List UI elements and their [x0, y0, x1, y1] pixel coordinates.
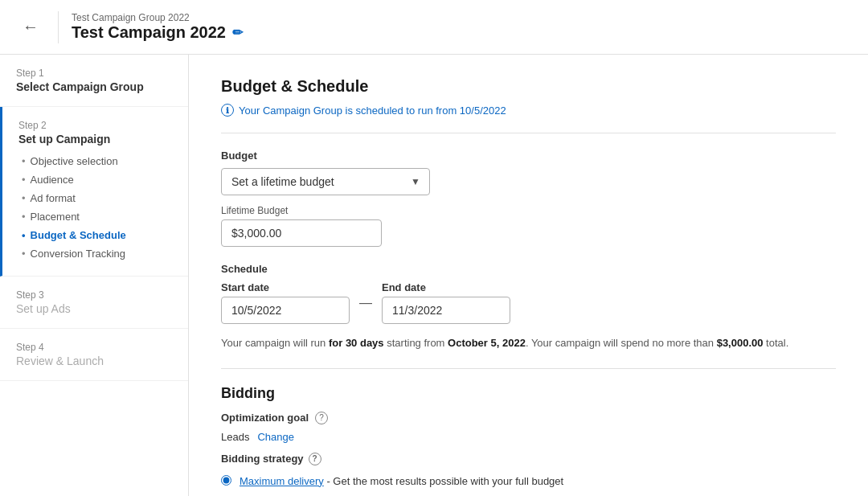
- budget-label: Budget: [221, 150, 836, 162]
- step1-title: Select Campaign Group: [16, 80, 172, 93]
- step4-num: Step 4: [16, 342, 172, 353]
- schedule-section: Schedule Start date — End date: [221, 263, 836, 324]
- summary-pre: Your campaign will run: [221, 337, 329, 349]
- sidebar-step-1[interactable]: Step 1 Select Campaign Group: [0, 55, 188, 107]
- bidding-strategy-help-icon[interactable]: ?: [309, 453, 321, 465]
- bidding-title: Bidding: [221, 385, 836, 402]
- summary-post: . Your campaign will spend no more than: [526, 337, 717, 349]
- start-date-group: Start date: [221, 281, 350, 324]
- step3-title: Set up Ads: [16, 302, 172, 315]
- radio-maximum-delivery-text: Maximum delivery - Get the most results …: [240, 473, 563, 490]
- campaign-title: Test Campaign 2022: [72, 23, 226, 42]
- step2-title: Set up Campaign: [18, 133, 172, 146]
- lifetime-budget-section: Lifetime Budget: [221, 205, 836, 247]
- body: Step 1 Select Campaign Group Step 2 Set …: [0, 55, 868, 496]
- start-date-input[interactable]: [221, 297, 350, 324]
- sidebar-subitems: Objective selection Audience Ad format P…: [18, 152, 172, 263]
- budget-field: Budget Set a lifetime budget Set a daily…: [221, 150, 836, 195]
- section-title: Budget & Schedule: [221, 77, 836, 96]
- info-text: Your Campaign Group is scheduled to run …: [239, 105, 506, 117]
- sidebar-item-placement[interactable]: Placement: [22, 207, 172, 226]
- sidebar-step-2[interactable]: Step 2 Set up Campaign Objective selecti…: [0, 107, 188, 277]
- end-date-label: End date: [382, 281, 510, 293]
- leads-value: Leads: [221, 431, 249, 443]
- sidebar-item-budget[interactable]: Budget & Schedule: [22, 226, 172, 244]
- summary-mid: starting from: [384, 337, 448, 349]
- radio-maximum-delivery-desc: - Get the most results possible with you…: [326, 475, 563, 487]
- divider-2: [221, 368, 836, 369]
- radio-maximum-delivery-input[interactable]: [221, 475, 231, 486]
- summary-amount: $3,000.00: [717, 337, 764, 349]
- summary-end: total.: [764, 337, 789, 349]
- leads-row: Leads Change: [221, 431, 836, 443]
- lifetime-budget-label: Lifetime Budget: [221, 205, 836, 216]
- start-date-label: Start date: [221, 281, 350, 293]
- end-date-input[interactable]: [382, 297, 510, 324]
- radio-maximum-delivery: Maximum delivery - Get the most results …: [221, 473, 836, 490]
- radio-maximum-delivery-title[interactable]: Maximum delivery: [240, 475, 324, 487]
- bidding-strategy-text: Bidding strategy: [221, 453, 304, 465]
- summary-days: for 30 days: [329, 337, 384, 349]
- campaign-title-row: Test Campaign 2022 ✏: [72, 23, 243, 42]
- sidebar-step-4[interactable]: Step 4 Review & Launch: [0, 329, 188, 381]
- end-date-group: End date: [382, 281, 510, 324]
- optimization-goal-label: Optimization goal: [221, 412, 309, 424]
- schedule-row: Start date — End date: [221, 281, 836, 324]
- header-titles: Test Campaign Group 2022 Test Campaign 2…: [72, 12, 243, 42]
- date-dash: —: [359, 296, 372, 310]
- summary-date: October 5, 2022: [448, 337, 526, 349]
- header-divider: [58, 11, 59, 43]
- step1-num: Step 1: [16, 68, 172, 79]
- bidding-strategy-label-row: Bidding strategy ?: [221, 453, 836, 465]
- edit-icon[interactable]: ✏: [232, 25, 243, 40]
- schedule-label: Schedule: [221, 263, 836, 275]
- main-content: Budget & Schedule ℹ Your Campaign Group …: [189, 55, 868, 496]
- budget-schedule-section: Budget & Schedule ℹ Your Campaign Group …: [221, 77, 836, 352]
- header: ← Test Campaign Group 2022 Test Campaign…: [0, 0, 868, 55]
- info-icon: ℹ: [221, 104, 234, 117]
- step4-title: Review & Launch: [16, 355, 172, 367]
- optimization-help-icon[interactable]: ?: [315, 412, 328, 424]
- sidebar-step-3[interactable]: Step 3 Set up Ads: [0, 277, 188, 329]
- divider-1: [221, 133, 836, 133]
- optimization-goal-row: Optimization goal ?: [221, 412, 836, 424]
- parent-campaign-title: Test Campaign Group 2022: [72, 12, 243, 23]
- lifetime-budget-input[interactable]: [221, 219, 382, 247]
- budget-select-wrapper: Set a lifetime budget Set a daily budget…: [221, 168, 430, 195]
- sidebar-item-adformat[interactable]: Ad format: [22, 189, 172, 207]
- sidebar-item-audience[interactable]: Audience: [22, 170, 172, 189]
- change-link[interactable]: Change: [257, 431, 294, 443]
- sidebar: Step 1 Select Campaign Group Step 2 Set …: [0, 55, 189, 496]
- step2-num: Step 2: [18, 120, 172, 131]
- campaign-summary: Your campaign will run for 30 days start…: [221, 335, 836, 352]
- budget-select[interactable]: Set a lifetime budget Set a daily budget: [221, 168, 430, 195]
- step3-num: Step 3: [16, 289, 172, 301]
- back-button[interactable]: ←: [16, 14, 45, 39]
- sidebar-item-conversion[interactable]: Conversion Tracking: [22, 244, 172, 263]
- bidding-section: Bidding Optimization goal ? Leads Change…: [221, 385, 836, 496]
- info-banner: ℹ Your Campaign Group is scheduled to ru…: [221, 104, 836, 117]
- sidebar-item-objective[interactable]: Objective selection: [22, 152, 172, 170]
